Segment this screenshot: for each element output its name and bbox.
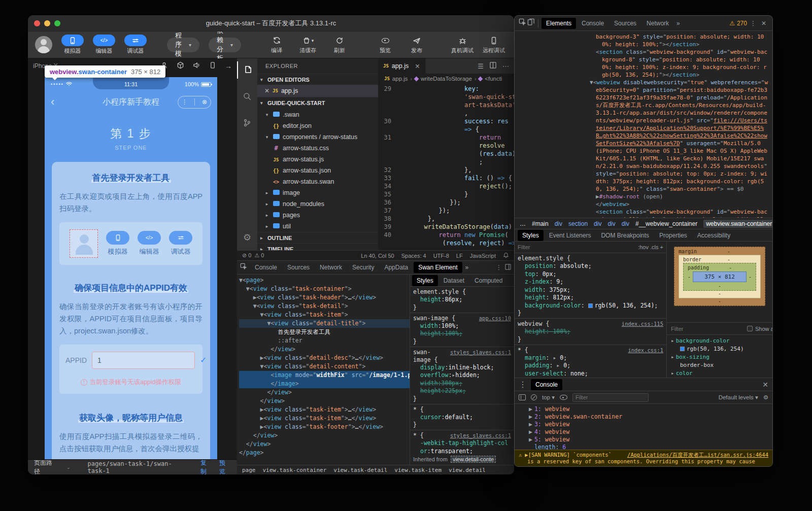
dom-node[interactable]: background-3" style="position: absolute;… (521, 33, 769, 48)
project-header[interactable]: ▾GUIDE-QUICK-START (257, 97, 378, 108)
css-rule[interactable]: * {index.css:1 margin: ▸ 0;padding: ▸ 0;… (515, 345, 666, 378)
language-mode[interactable]: JavaScript (470, 253, 496, 259)
dom-node[interactable]: ▶#shadow-root (open) (521, 193, 769, 200)
file-tree-item[interactable]: arrow-status.css (257, 143, 378, 154)
appid-input[interactable] (92, 352, 195, 369)
rotate-device-icon[interactable] (209, 61, 216, 71)
breadcrumb-item[interactable]: #__webview_container (635, 220, 697, 227)
file-tree-item[interactable]: ▸ image (257, 187, 378, 198)
kebab-menu-icon[interactable]: ⋮ (748, 20, 758, 27)
css-rule[interactable]: swan-image {app.css:10 width:100%;height… (410, 313, 514, 347)
outline-icon[interactable]: ☰ (478, 62, 484, 70)
styles-subtab[interactable]: DOM Breakpoints (596, 230, 654, 241)
styles-subtab[interactable]: Accessibility (693, 230, 735, 241)
phone-screen[interactable]: ••••• 11:31 100% ‹ 小程序新手教程 ⋮ ⊗ (45, 77, 217, 459)
devtools-tab[interactable]: Swan Element (414, 262, 462, 273)
stylesheet-link[interactable] (507, 288, 511, 296)
cube-icon[interactable] (177, 61, 184, 71)
explorer-activity-icon[interactable] (237, 61, 257, 79)
dock-side-icon[interactable] (505, 263, 511, 272)
css-rule[interactable]: swan-image {styles_slaves.css:1 display:… (410, 347, 514, 404)
editor-tab-appjs[interactable]: JS app.js ✕ (378, 58, 426, 74)
code-viewport[interactable]: 29 key: 'swan-quick-st (378, 84, 514, 250)
close-tab-icon[interactable]: ✕ (415, 62, 420, 70)
mode-dropdown[interactable]: 小程序模式▾ (167, 38, 199, 52)
breadcrumb-item[interactable]: … (520, 220, 526, 227)
box-model-diagram[interactable]: margin- border- padding- - 375 × 812 - -… (667, 242, 772, 323)
dom-tree-row[interactable]: ▶<view class="task-item">…</view> (239, 414, 410, 423)
computed-property[interactable]: ▸color (671, 369, 768, 378)
notifications-bell-icon[interactable] (503, 252, 509, 259)
device-debug-button[interactable]: 真机调试 (451, 36, 473, 54)
stylesheet-link[interactable] (507, 406, 511, 414)
eol[interactable]: LF (456, 253, 463, 259)
stylesheet-link[interactable]: index.css:115 (618, 320, 663, 328)
inspect-element-icon[interactable] (519, 18, 526, 28)
styles-subtab[interactable]: Dataset (439, 275, 469, 286)
dom-node[interactable]: <section class="webview-background" id="… (521, 48, 769, 79)
file-tree-item[interactable]: ▾ .swan (257, 109, 378, 120)
dom-tree-row[interactable]: </image> (239, 380, 410, 388)
file-tree-item[interactable]: arrow-status.js (257, 154, 378, 165)
live-expression-icon[interactable] (560, 395, 567, 400)
file-tree-item[interactable]: arrow-status.swan (257, 176, 378, 187)
stylesheet-link[interactable] (659, 255, 663, 262)
more-actions-icon[interactable]: ⋯ (502, 62, 509, 70)
breadcrumb-item[interactable]: page (242, 467, 256, 473)
console-entry[interactable]: ▶4: webview (529, 428, 772, 436)
menu-dots-icon[interactable]: ⋮ (182, 98, 188, 106)
close-console-icon[interactable]: ✕ (762, 381, 768, 389)
simulator-view-button[interactable]: 模拟器 (61, 35, 84, 55)
refresh-button[interactable]: 刷新 (328, 36, 351, 54)
inherited-target[interactable]: view.detail-conte (451, 456, 496, 463)
dom-tree-row[interactable]: </view> (239, 397, 410, 405)
dom-tree-row[interactable]: ▼<view class="detail-title"> (239, 319, 410, 328)
dom-tree-row[interactable]: ▼<view class="task-item"> (239, 311, 410, 319)
breadcrumb-item[interactable]: view.task-container (263, 467, 327, 473)
breadcrumb-item[interactable]: view.task-item (394, 467, 442, 473)
console-output[interactable]: ▶1: webview▶2: webview.swan-container▶3:… (515, 404, 772, 450)
close-circle-icon[interactable]: ⊗ (202, 98, 207, 106)
devtools-tab[interactable]: Elements (542, 18, 576, 29)
file-tree-item[interactable]: editor.json (257, 120, 378, 131)
clear-console-icon[interactable] (531, 394, 537, 400)
breadcrumb-item[interactable]: div (622, 220, 629, 227)
styles-subtab[interactable]: Styles (412, 275, 438, 286)
css-rule[interactable]: webview {index.css:115 height: 100%; } (515, 319, 666, 345)
dom-tree-row[interactable]: ▼<view class="task-detail"> (239, 302, 410, 311)
console-warning[interactable]: ⚠ ▶[SAN WARNING] `components` /Applicati… (515, 450, 772, 466)
analysis-dropdown[interactable]: 依赖分析▾ (209, 38, 241, 52)
computed-filter-input[interactable] (671, 326, 743, 332)
dom-tree-row[interactable]: </page> (239, 449, 410, 457)
devtools-tab[interactable]: Network (315, 262, 347, 273)
file-tree-item[interactable]: ▸ node_modules (257, 198, 378, 210)
dom-tree-row[interactable]: </view> (239, 345, 410, 354)
elements-dom-tree[interactable]: background-3" style="position: absolute;… (515, 31, 772, 218)
editor-view-button[interactable]: </> 编辑器 (93, 35, 115, 55)
dom-node[interactable]: </webview> (521, 200, 769, 208)
dom-tree-row[interactable]: <image mode="widthFix" src="/image/1-1.p… (239, 371, 410, 380)
encoding[interactable]: UTF-8 (433, 253, 449, 259)
settings-gear-icon[interactable]: ⚙ (237, 229, 257, 246)
sidebar-section-header[interactable]: ▸TIMELINE (257, 243, 378, 250)
demo-simulator-button[interactable]: 模拟器 (106, 231, 129, 256)
css-rule[interactable]: element.style { height:86px; } (410, 287, 514, 313)
breadcrumb-item[interactable]: #main (532, 220, 549, 227)
stylesheet-link[interactable]: index.css:1 (624, 347, 663, 354)
console-entry[interactable]: ▶1: webview (529, 405, 772, 413)
publish-button[interactable]: 发布 (405, 36, 428, 54)
swan-capsule[interactable]: ⋮ ⊗ (178, 96, 211, 109)
devtools-tab[interactable]: Sources (610, 18, 641, 29)
console-entry[interactable]: ▶2: webview.swan-container (529, 413, 772, 421)
breadcrumb-item[interactable]: webview.swan-container (703, 220, 772, 228)
devtools-tab[interactable]: Console (250, 262, 282, 273)
compile-button[interactable]: 编译 (265, 36, 288, 54)
remote-debug-button[interactable]: 远程调试 (483, 36, 505, 54)
sound-icon[interactable] (193, 61, 200, 71)
open-editor-item[interactable]: ✕ JS app.js (257, 85, 378, 97)
css-rule[interactable]: element.style { position: absolute;top: … (515, 253, 666, 319)
issues-warning-badge[interactable]: ⚠270 (729, 20, 747, 27)
source-control-activity-icon[interactable] (237, 114, 257, 131)
dom-tree-row[interactable]: 首先登录开发者工具 (239, 328, 410, 336)
preview-button[interactable]: 预览 (374, 36, 396, 54)
